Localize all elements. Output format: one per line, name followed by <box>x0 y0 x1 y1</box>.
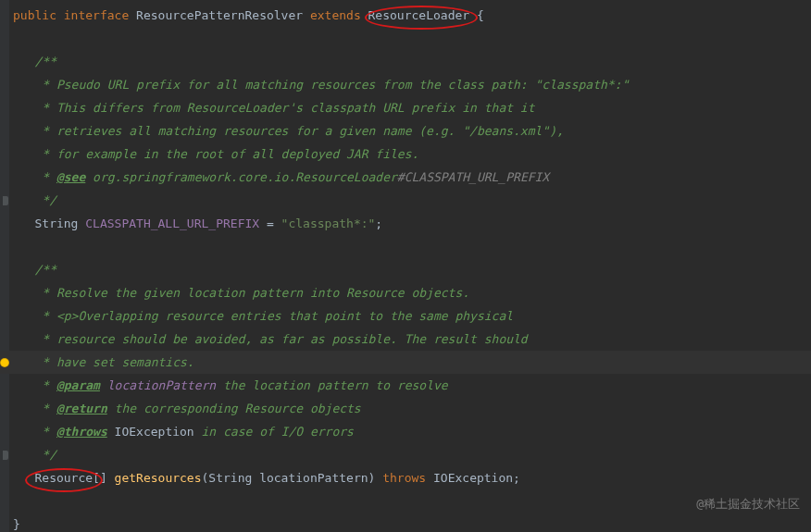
javadoc-line-highlighted: * have set semantics. <box>13 351 811 374</box>
javadoc-start: /** <box>13 50 811 73</box>
method-declaration: Resource[] getResources(String locationP… <box>13 466 811 489</box>
javadoc-throws: * @throws IOException in case of I/O err… <box>13 420 811 443</box>
parent-class: ResourceLoader <box>368 8 470 22</box>
javadoc-line: * for example in the root of all deploye… <box>13 142 811 166</box>
class-name: ResourcePatternResolver <box>136 8 303 22</box>
javadoc-end: */ <box>13 443 811 466</box>
javadoc-line: * This differs from ResourceLoader's cla… <box>13 96 811 119</box>
javadoc-line: * <p>Overlapping resource entries that p… <box>13 304 811 328</box>
constant-name: CLASSPATH_ALL_URL_PREFIX <box>85 217 259 230</box>
throws-tag: @throws <box>56 425 107 439</box>
return-tag: @return <box>56 402 107 415</box>
javadoc-line: * retrieves all matching resources for a… <box>13 119 811 142</box>
watermark: @稀土掘金技术社区 <box>696 492 800 515</box>
keyword-extends: extends <box>310 8 361 22</box>
type: String <box>34 217 85 230</box>
javadoc-line: * resource should be avoided, as far as … <box>13 328 811 351</box>
javadoc-line: * Resolve the given location pattern int… <box>13 281 811 304</box>
blank-line <box>13 27 811 50</box>
javadoc-param: * @param locationPattern the location pa… <box>13 374 811 397</box>
javadoc-return: * @return the corresponding Resource obj… <box>13 397 811 420</box>
keyword-interface: interface <box>64 8 129 22</box>
blank-line <box>13 235 811 258</box>
param-tag: @param <box>56 378 100 392</box>
return-type: Resource <box>34 471 93 485</box>
field-declaration: String CLASSPATH_ALL_URL_PREFIX = "class… <box>13 212 811 235</box>
fold-hint-icon[interactable] <box>3 196 8 205</box>
see-tag: @see <box>56 170 85 184</box>
javadoc-end: */ <box>13 189 811 212</box>
string-literal: "classpath*:" <box>281 217 376 230</box>
javadoc-see: * @see org.springframework.core.io.Resou… <box>13 166 811 189</box>
keyword-throws: throws <box>375 471 433 485</box>
method-name: getResources <box>115 471 202 485</box>
keyword-public: public <box>13 8 56 22</box>
intention-bulb-icon[interactable] <box>0 358 9 367</box>
code-editor[interactable]: public interface ResourcePatternResolver… <box>0 0 811 532</box>
javadoc-line: * Pseudo URL prefix for all matching res… <box>13 73 811 96</box>
brace: { <box>469 8 484 22</box>
blank-line <box>13 489 811 513</box>
fold-hint-icon[interactable] <box>3 451 8 460</box>
close-brace: } <box>13 513 811 532</box>
javadoc-start: /** <box>13 258 811 281</box>
code-line: public interface ResourcePatternResolver… <box>13 4 811 27</box>
